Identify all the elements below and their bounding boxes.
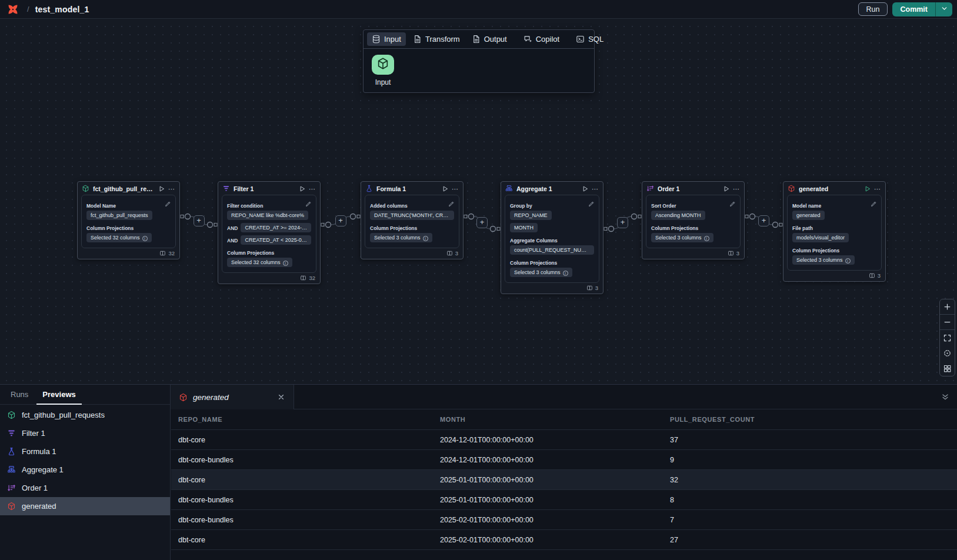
play-icon[interactable] [442, 185, 449, 192]
file-icon [472, 35, 481, 44]
toolbar-body: Input [364, 49, 594, 92]
preview-tab-bar: generated [171, 385, 957, 409]
more-options-icon[interactable]: ⋯ [733, 187, 740, 191]
table-cell: 2025-01-01T00:00:00+00:00 [440, 476, 670, 484]
fit-view-icon[interactable] [940, 330, 955, 345]
more-options-icon[interactable]: ⋯ [309, 187, 316, 191]
play-icon[interactable] [582, 185, 589, 192]
toolbar-tab-output[interactable]: Output [467, 32, 512, 46]
table-cell: 2025-01-01T00:00:00+00:00 [440, 496, 670, 504]
edit-pencil-icon[interactable] [305, 199, 312, 205]
node-section-label: Column Projections [510, 260, 594, 266]
toolbar-tab-transform[interactable]: Transform [408, 32, 465, 46]
play-icon[interactable] [723, 185, 730, 192]
info-icon[interactable]: i [563, 271, 568, 276]
column-count: 3 [736, 250, 739, 256]
dag-node-order-1[interactable]: Order 1⋯Sort OrderAscending MONTHColumn … [642, 181, 745, 259]
cube-icon [7, 411, 16, 419]
dag-node-aggregate-1[interactable]: Aggregate 1⋯Group byREPO_NAMEMONTHAggreg… [501, 181, 603, 294]
toolbar-tab-input[interactable]: Input [367, 32, 406, 46]
zoom-in-icon[interactable] [940, 299, 955, 315]
dag-node-generated[interactable]: generated⋯Model namegeneratedFile pathmo… [783, 181, 886, 282]
node-value-row: MONTH [510, 223, 594, 234]
table-row[interactable]: dbt-core-bundles2025-01-01T00:00:00+00:0… [171, 490, 957, 510]
node-title: Filter 1 [234, 185, 295, 192]
collapse-panel-double-chevron-icon[interactable] [941, 392, 950, 402]
value-pill: count(PULL_REQUEST_NUMBER) as ... [510, 245, 594, 255]
more-options-icon[interactable]: ⋯ [168, 187, 175, 191]
table-row[interactable]: dbt-core2025-01-01T00:00:00+00:0032 [171, 470, 957, 490]
sidebar-item-label: Formula 1 [22, 447, 56, 456]
info-icon[interactable]: i [704, 236, 709, 241]
sidebar-item-aggregate-1[interactable]: Aggregate 1 [0, 461, 170, 479]
edit-pencil-icon[interactable] [165, 199, 171, 205]
add-node-button[interactable]: + [617, 217, 628, 228]
run-button[interactable]: Run [858, 2, 888, 16]
canvas-zoom-controls [939, 299, 955, 376]
sidebar-item-fct_github_pull_requests[interactable]: fct_github_pull_requests [0, 406, 170, 424]
table-row[interactable]: dbt-core2024-12-01T00:00:00+00:0037 [171, 430, 957, 450]
play-icon[interactable] [299, 185, 306, 192]
node-actions: ⋯ [158, 185, 175, 192]
info-icon[interactable]: i [423, 236, 428, 241]
commit-button[interactable]: Commit [892, 2, 935, 16]
add-node-button[interactable]: + [335, 215, 346, 226]
dag-node-fct_github_pull_requests[interactable]: fct_github_pull_requests⋯Model Namefct_g… [77, 181, 180, 259]
table-cell: dbt-core [178, 476, 440, 484]
edit-pencil-icon[interactable] [448, 199, 455, 205]
sidebar-item-formula-1[interactable]: Formula 1 [0, 442, 170, 461]
input-node-tile[interactable] [372, 55, 394, 75]
info-icon[interactable]: i [283, 261, 288, 266]
visual-editor-app: / test_model_1 Run Commit InputTransform… [0, 0, 957, 560]
value-pill: Ascending MONTH [651, 211, 705, 220]
add-node-button[interactable]: + [476, 217, 488, 228]
tab-runs[interactable]: Runs [4, 385, 35, 404]
node-section-label: File path [792, 225, 876, 231]
toolbar-tab-sql[interactable]: SQL [571, 32, 608, 46]
add-node-button[interactable]: + [758, 215, 769, 226]
edit-pencil-icon[interactable] [588, 199, 595, 205]
more-options-icon[interactable]: ⋯ [452, 187, 459, 191]
sidebar-item-order-1[interactable]: Order 1 [0, 479, 170, 497]
table-row[interactable]: dbt-core-bundles2024-12-01T00:00:00+00:0… [171, 450, 957, 470]
dag-node-filter-1[interactable]: Filter 1⋯Filter conditionREPO_NAME like … [218, 181, 321, 284]
edit-pencil-icon[interactable] [871, 199, 877, 205]
close-icon[interactable] [277, 393, 285, 401]
node-value-row: ANDCREATED_AT < 2025-03-01 [227, 235, 311, 246]
info-icon[interactable]: i [142, 236, 148, 241]
add-node-button[interactable]: + [194, 215, 205, 226]
table-cell: 2024-12-01T00:00:00+00:00 [440, 436, 670, 444]
value-pill: Selected 32 columnsi [86, 233, 152, 242]
node-value-row: REPO_NAME [510, 211, 594, 221]
palette-item-input[interactable]: Input [372, 55, 394, 86]
preview-tab-generated[interactable]: generated [171, 385, 294, 409]
minimap-icon[interactable] [940, 361, 955, 376]
sidebar-item-generated[interactable]: generated [0, 497, 170, 515]
locate-icon[interactable] [940, 345, 955, 361]
more-options-icon[interactable]: ⋯ [874, 187, 881, 191]
value-pill: Selected 3 columnsi [651, 233, 713, 242]
more-options-icon[interactable]: ⋯ [592, 187, 599, 191]
table-cell: 32 [670, 476, 957, 484]
dag-canvas[interactable]: InputTransformOutputCopilotSQL Input fct… [0, 19, 957, 384]
play-icon[interactable] [158, 185, 165, 192]
node-section-label: Column Projections [651, 225, 735, 231]
dag-node-formula-1[interactable]: Formula 1⋯Added columnsDATE_TRUNC('MONTH… [361, 181, 464, 259]
node-section-label: Aggregate Columns [510, 238, 594, 244]
table-row[interactable]: dbt-core-bundles2025-02-01T00:00:00+00:0… [171, 510, 957, 530]
sidebar-item-filter-1[interactable]: Filter 1 [0, 424, 170, 442]
dbt-logo-icon[interactable] [7, 4, 19, 15]
node-value-row: Selected 32 columnsi [86, 233, 171, 244]
zoom-out-icon[interactable] [940, 315, 955, 330]
node-body: Filter conditionREPO_NAME like %dbt-core… [222, 195, 316, 273]
toolbar-tab-copilot[interactable]: Copilot [519, 32, 564, 46]
play-icon[interactable] [864, 185, 871, 192]
table-cell: 2025-02-01T00:00:00+00:00 [440, 536, 670, 544]
tab-previews[interactable]: Previews [35, 385, 82, 404]
info-icon[interactable]: i [845, 258, 851, 264]
node-footer: 3 [783, 271, 885, 281]
table-row[interactable]: dbt-core2025-02-01T00:00:00+00:0027 [171, 530, 957, 550]
commit-dropdown-button[interactable] [935, 2, 952, 16]
edit-pencil-icon[interactable] [729, 199, 736, 205]
condition-operator: AND [227, 225, 238, 231]
